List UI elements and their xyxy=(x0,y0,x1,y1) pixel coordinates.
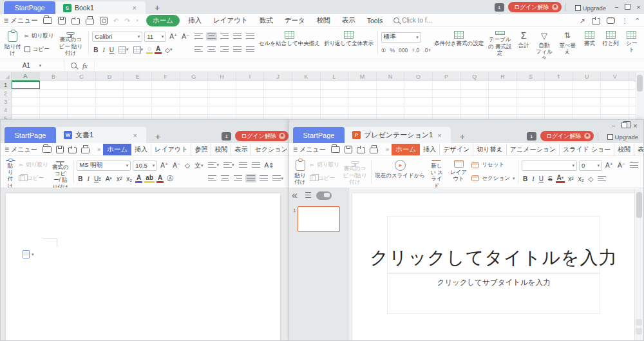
row-header-3[interactable]: 3 xyxy=(0,98,12,106)
align-left-button[interactable] xyxy=(193,45,204,54)
cell-G1[interactable] xyxy=(180,81,209,89)
align-left-button[interactable] xyxy=(596,175,607,183)
cell-E4[interactable] xyxy=(124,106,152,114)
cell-K3[interactable] xyxy=(292,98,321,106)
title-placeholder[interactable]: クリックしてタイトルを入力 xyxy=(387,216,600,273)
cell-name-box[interactable]: A1▾ xyxy=(0,59,64,72)
column-header-E[interactable]: E xyxy=(124,72,152,81)
sheet-vertical-scrollbar[interactable] xyxy=(636,72,644,124)
cell-M1[interactable] xyxy=(348,81,377,89)
open-icon[interactable] xyxy=(43,17,52,24)
wpp-font-size-select[interactable]: 0▾ xyxy=(579,161,602,171)
wps-copy-button[interactable]: コピー xyxy=(19,173,48,183)
wpp-vertical-scrollbar[interactable] xyxy=(634,188,643,341)
cell-U2[interactable] xyxy=(573,90,601,97)
italic-button[interactable]: I xyxy=(102,46,106,54)
wps-tab-close-icon[interactable]: × xyxy=(132,132,138,139)
increase-decimal-button[interactable]: +.0 xyxy=(412,47,419,54)
wps-menu-button[interactable]: メニュー xyxy=(11,145,37,154)
et-menu-insert[interactable]: 挿入 xyxy=(182,15,207,26)
wpp-tab-startpage[interactable]: StartPage xyxy=(293,127,345,143)
save-icon[interactable] xyxy=(56,146,64,153)
cell-T4[interactable] xyxy=(545,106,573,114)
column-header-D[interactable]: D xyxy=(96,72,124,81)
wps-menu-layout[interactable]: レイアウト xyxy=(151,144,191,155)
wps-tab-startpage[interactable]: StartPage xyxy=(5,127,56,143)
wpp-play-from-current-button[interactable]: ▸現在のスライドから xyxy=(374,157,426,186)
column-header-V[interactable]: V xyxy=(601,72,629,81)
et-sum-button[interactable]: Σ合計 xyxy=(514,28,533,57)
previous-slide-button[interactable] xyxy=(636,319,642,326)
cell-K4[interactable] xyxy=(292,106,321,114)
cell-O3[interactable] xyxy=(404,98,433,106)
redo-icon[interactable]: ↷ xyxy=(125,17,131,24)
column-header-Q[interactable]: Q xyxy=(461,72,489,81)
cell-B4[interactable] xyxy=(40,106,68,114)
align-right-button[interactable] xyxy=(219,45,230,54)
et-menu-layout[interactable]: レイアウト xyxy=(207,15,254,26)
et-tab-document[interactable]: S Book1 × xyxy=(55,1,146,14)
et-paste-button[interactable]: 貼り付け xyxy=(3,28,23,57)
currency-format-button[interactable]: ① xyxy=(381,47,386,54)
et-rows-cols-button[interactable]: 行と列 xyxy=(600,28,622,57)
cell-L1[interactable] xyxy=(321,81,349,89)
cell-O1[interactable] xyxy=(404,81,433,89)
wpp-reset-button[interactable]: リセット xyxy=(471,161,515,170)
cell-G2[interactable] xyxy=(180,90,209,97)
wpp-tab-close-icon[interactable]: × xyxy=(436,132,442,139)
wpp-format-painter-button[interactable]: 書式のコピー/貼り付け xyxy=(341,157,370,186)
wpp-paste-button[interactable]: 貼り付け xyxy=(292,157,308,186)
cell-Q2[interactable] xyxy=(461,90,489,97)
cell-V3[interactable] xyxy=(601,98,629,106)
justify-button[interactable] xyxy=(232,45,243,54)
line-spacing-button[interactable]: A⇕ xyxy=(263,162,276,169)
close-button[interactable]: × xyxy=(633,2,644,12)
et-menu-view[interactable]: 表示 xyxy=(336,15,361,26)
et-tab-close-icon[interactable]: × xyxy=(131,4,138,12)
cell-Q3[interactable] xyxy=(461,98,489,106)
panel-view-toggle[interactable] xyxy=(316,191,332,200)
more-icon[interactable]: ⋮ xyxy=(621,17,629,24)
decrease-font-button[interactable]: A⁻ xyxy=(180,33,191,40)
print-preview-icon[interactable] xyxy=(100,17,108,24)
cell-G3[interactable] xyxy=(180,98,209,106)
comma-format-button[interactable]: 000 xyxy=(399,47,408,54)
column-header-M[interactable]: M xyxy=(348,72,377,81)
cell-O4[interactable] xyxy=(404,106,433,114)
column-header-I[interactable]: I xyxy=(236,72,265,81)
et-menu-home[interactable]: ホーム xyxy=(146,15,180,26)
et-wrap-text-button[interactable]: 折り返して全体表示 xyxy=(322,28,375,57)
distribute-button[interactable] xyxy=(258,174,269,182)
fx-button[interactable]: fx xyxy=(82,62,88,70)
document-page[interactable]: ▾ xyxy=(6,193,280,341)
cell-F4[interactable] xyxy=(152,106,180,114)
cell-J1[interactable] xyxy=(264,81,292,89)
cell-F3[interactable] xyxy=(152,98,180,106)
cell-I4[interactable] xyxy=(236,106,265,114)
character-border-button[interactable]: Ⓐ xyxy=(166,174,175,183)
align-top-button[interactable] xyxy=(193,32,204,41)
cell-A3[interactable] xyxy=(12,98,40,106)
slide-canvas[interactable]: クリックしてタイトルを入力 クリックしてサブタイトルを入力 xyxy=(352,193,634,341)
cell-E1[interactable] xyxy=(124,81,152,89)
wpp-new-slide-button[interactable]: 新しい スライド xyxy=(426,157,446,186)
column-header-A[interactable]: A xyxy=(12,72,40,81)
cell-E3[interactable] xyxy=(124,98,152,106)
open-icon[interactable] xyxy=(331,146,340,153)
column-header-H[interactable]: H xyxy=(208,72,236,81)
align-middle-button[interactable] xyxy=(206,32,217,41)
et-menu-tools[interactable]: Tools xyxy=(361,15,389,26)
cell-I2[interactable] xyxy=(236,90,265,97)
minimize-button[interactable]: − xyxy=(611,2,622,12)
cell-I3[interactable] xyxy=(236,98,265,106)
percent-format-button[interactable]: % xyxy=(390,47,395,54)
clear-format-button[interactable]: ◇ xyxy=(587,175,595,182)
wps-menu-review[interactable]: 校閲 xyxy=(211,144,231,155)
magnifier-icon[interactable] xyxy=(71,63,77,68)
column-header-R[interactable]: R xyxy=(489,72,517,81)
wps-menu-insert[interactable]: 挿入 xyxy=(131,144,151,155)
column-header-F[interactable]: F xyxy=(152,72,180,81)
et-upgrade-button[interactable]: Upgrade xyxy=(575,5,606,12)
cell-M3[interactable] xyxy=(348,98,377,106)
cell-R2[interactable] xyxy=(489,90,517,97)
